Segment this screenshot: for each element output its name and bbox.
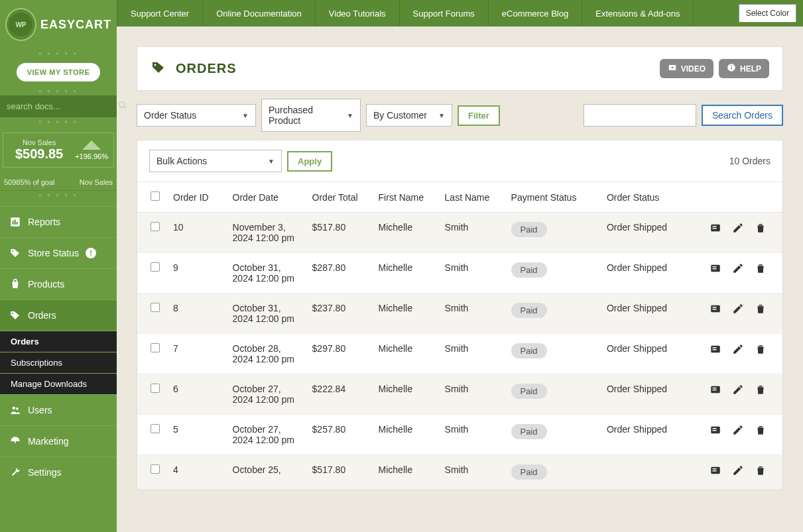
svg-point-9: [16, 407, 19, 410]
chevron-down-icon: ▼: [347, 112, 353, 119]
brand-logo-text: WP: [9, 13, 32, 36]
orders-subnav: Orders Subscriptions Manage Downloads: [0, 331, 117, 394]
cell-last-name: Smith: [438, 253, 505, 293]
row-checkbox[interactable]: [151, 464, 160, 474]
select-color-button[interactable]: Select Color: [739, 4, 796, 23]
row-checkbox[interactable]: [151, 222, 160, 231]
delete-icon[interactable]: [755, 343, 767, 357]
view-icon[interactable]: [710, 343, 721, 357]
video-button[interactable]: VIDEO: [660, 59, 713, 78]
select-all-checkbox[interactable]: [151, 191, 160, 201]
delete-icon[interactable]: [755, 262, 767, 276]
edit-icon[interactable]: [732, 384, 744, 398]
cell-order-id: 8: [166, 293, 226, 334]
topbar-online-docs[interactable]: Online Documentation: [203, 0, 316, 27]
topbar-support-forums[interactable]: Support Forums: [400, 0, 489, 27]
svg-point-8: [13, 407, 16, 410]
search-docs[interactable]: [0, 95, 117, 117]
goal-percent: 50985% of goal: [4, 178, 54, 186]
cell-last-name: Smith: [438, 213, 505, 253]
bulk-actions-select-label: Bulk Actions: [156, 156, 207, 166]
delete-icon[interactable]: [755, 303, 767, 317]
cell-first-name: Michelle: [372, 415, 438, 455]
help-button[interactable]: HELP: [719, 59, 769, 78]
edit-icon[interactable]: [732, 464, 744, 478]
cell-order-total: $257.80: [306, 415, 372, 455]
apply-button[interactable]: Apply: [287, 151, 332, 172]
subnav-manage-downloads[interactable]: Manage Downloads: [0, 374, 117, 394]
by-customer-select[interactable]: By Customer ▼: [366, 104, 452, 127]
edit-icon[interactable]: [732, 424, 744, 438]
divider-dots: ● ● ● ● ●: [0, 87, 117, 95]
cell-last-name: Smith: [438, 374, 505, 415]
svg-rect-37: [713, 470, 717, 472]
purchased-product-select-label: Purchased Product: [269, 105, 341, 126]
row-checkbox[interactable]: [151, 343, 160, 352]
page-title: ORDERS: [176, 61, 237, 76]
purchased-product-select[interactable]: Purchased Product ▼: [261, 99, 361, 132]
bulk-actions-select[interactable]: Bulk Actions ▼: [149, 150, 282, 172]
delete-icon[interactable]: [755, 384, 767, 398]
cell-first-name: Michelle: [372, 374, 438, 415]
search-orders-button[interactable]: Search Orders: [702, 105, 783, 126]
svg-rect-27: [713, 347, 717, 348]
nav-settings[interactable]: Settings: [0, 457, 117, 488]
nav-users[interactable]: Users: [0, 395, 117, 425]
edit-icon[interactable]: [732, 262, 744, 276]
table-row: 9 October 31, 2024 12:00 pm $287.80 Mich…: [137, 253, 782, 293]
cell-order-date: October 28, 2024 12:00 pm: [226, 334, 306, 374]
svg-rect-33: [713, 428, 717, 429]
delete-icon[interactable]: [755, 464, 767, 478]
cell-first-name: Michelle: [372, 334, 438, 374]
orders-count: 10 Orders: [729, 156, 771, 166]
filter-button[interactable]: Filter: [458, 105, 500, 126]
edit-icon[interactable]: [732, 343, 744, 357]
stats-amount: $509.85: [9, 146, 70, 162]
view-icon[interactable]: [710, 222, 721, 236]
view-icon[interactable]: [710, 303, 721, 317]
table-row: 10 November 3, 2024 12:00 pm $517.80 Mic…: [137, 213, 782, 253]
cell-last-name: Smith: [438, 293, 505, 334]
chevron-down-icon: ▼: [268, 158, 275, 165]
view-icon[interactable]: [710, 424, 721, 438]
nav-store-status[interactable]: Store Status !: [0, 238, 117, 268]
topbar-support-center[interactable]: Support Center: [117, 0, 203, 27]
nav-products[interactable]: Products: [0, 269, 117, 299]
view-icon[interactable]: [710, 464, 721, 478]
delete-icon[interactable]: [755, 222, 767, 236]
edit-icon[interactable]: [732, 303, 744, 317]
payment-badge: Paid: [511, 464, 547, 480]
cell-order-id: 9: [166, 253, 226, 293]
topbar-extensions[interactable]: Extensions & Add-ons: [582, 0, 694, 27]
order-status-select[interactable]: Order Status ▼: [137, 104, 256, 127]
nav-reports[interactable]: Reports: [0, 207, 117, 237]
cell-order-total: $297.80: [306, 334, 372, 374]
search-docs-input[interactable]: [7, 101, 118, 111]
col-order-id: Order ID: [166, 182, 226, 213]
view-my-store-button[interactable]: VIEW MY STORE: [17, 63, 101, 81]
subnav-subscriptions[interactable]: Subscriptions: [0, 352, 117, 373]
row-checkbox[interactable]: [151, 303, 160, 312]
delete-icon[interactable]: [755, 424, 767, 438]
search-orders-input[interactable]: [584, 104, 696, 127]
edit-icon[interactable]: [732, 222, 744, 236]
nav-marketing[interactable]: Marketing: [0, 426, 117, 456]
row-checkbox[interactable]: [151, 424, 160, 433]
cell-order-id: 10: [166, 213, 226, 253]
cell-first-name: Michelle: [372, 213, 438, 253]
help-button-label: HELP: [740, 64, 761, 74]
cell-order-date: October 27, 2024 12:00 pm: [226, 415, 306, 455]
svg-rect-28: [713, 349, 717, 350]
row-checkbox[interactable]: [151, 262, 160, 272]
col-payment-status: Payment Status: [505, 182, 600, 213]
topbar-blog[interactable]: eCommerce Blog: [489, 0, 582, 27]
view-icon[interactable]: [710, 262, 721, 276]
subnav-orders[interactable]: Orders: [0, 331, 117, 352]
row-checkbox[interactable]: [151, 384, 160, 393]
main-nav: Reports Store Status ! Products Orders O…: [0, 206, 117, 488]
nav-orders[interactable]: Orders: [0, 300, 117, 331]
topbar-video-tutorials[interactable]: Video Tutorials: [316, 0, 400, 27]
view-icon[interactable]: [710, 384, 721, 398]
svg-rect-24: [713, 307, 717, 308]
cell-order-date: October 27, 2024 12:00 pm: [226, 374, 306, 415]
